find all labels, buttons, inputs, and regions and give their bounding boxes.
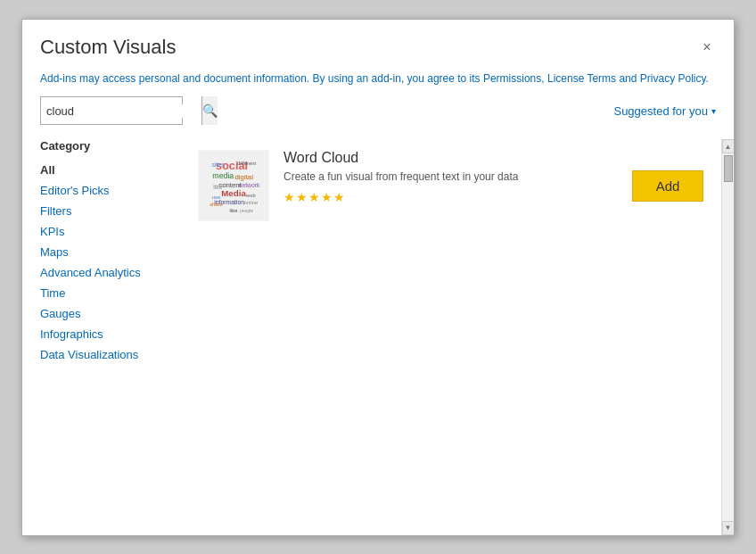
visual-info: Word Cloud Create a fun visual from freq… [284, 150, 618, 204]
suggested-label: Suggested for you [613, 104, 708, 118]
svg-text:web: web [245, 193, 256, 198]
sidebar-item-editors-picks[interactable]: Editor's Picks [40, 180, 177, 201]
close-button[interactable]: × [698, 38, 716, 56]
search-button[interactable]: 🔍 [201, 96, 218, 125]
category-label: Category [40, 139, 177, 153]
word-cloud-image: social sites different media digital con… [199, 151, 268, 220]
main-content: Category All Editor's Picks Filters KPIs… [22, 139, 721, 534]
svg-text:media: media [212, 171, 234, 180]
info-text: Add-ins may access personal and document… [40, 72, 709, 85]
sidebar-item-data-visualizations[interactable]: Data Visualizations [40, 344, 177, 365]
title-bar: Custom Visuals × [22, 20, 734, 66]
scroll-down-button[interactable]: ▼ [722, 521, 735, 535]
svg-text:Media: Media [221, 188, 246, 198]
add-button[interactable]: Add [632, 170, 703, 202]
info-bar: Add-ins may access personal and document… [22, 66, 734, 97]
scrollbar-thumb[interactable] [724, 155, 733, 182]
suggested-for-you-button[interactable]: Suggested for you ▾ [613, 104, 716, 118]
sidebar-item-advanced-analytics[interactable]: Advanced Analytics [40, 262, 177, 283]
sidebar-item-infographics[interactable]: Infographics [40, 324, 177, 344]
svg-text:people: people [240, 210, 253, 214]
sidebar-item-gauges[interactable]: Gauges [40, 303, 177, 324]
custom-visuals-dialog: Custom Visuals × Add-ins may access pers… [21, 19, 735, 536]
scrollbar: ▲ ▼ [721, 139, 734, 534]
chevron-down-icon: ▾ [711, 106, 716, 116]
sidebar: Category All Editor's Picks Filters KPIs… [40, 139, 187, 534]
star-rating: ★★★★★ [284, 190, 618, 204]
sidebar-item-filters[interactable]: Filters [40, 201, 177, 221]
search-input[interactable] [41, 104, 201, 118]
sidebar-item-all[interactable]: All [40, 160, 177, 180]
dialog-title: Custom Visuals [40, 36, 176, 59]
svg-text:share: share [210, 203, 223, 208]
sidebar-item-time[interactable]: Time [40, 283, 177, 303]
content-area: Category All Editor's Picks Filters KPIs… [22, 139, 734, 534]
sidebar-item-maps[interactable]: Maps [40, 242, 177, 262]
search-box: 🔍 [40, 96, 183, 125]
visual-name: Word Cloud [284, 150, 618, 166]
svg-text:online: online [244, 201, 259, 206]
svg-text:digital: digital [235, 173, 254, 181]
scroll-up-button[interactable]: ▲ [722, 139, 735, 153]
svg-text:like: like [230, 209, 238, 214]
sidebar-item-kpis[interactable]: KPIs [40, 221, 177, 242]
table-row: social sites different media digital con… [187, 139, 718, 232]
svg-text:different: different [237, 161, 256, 166]
visual-description: Create a fun visual from frequent text i… [284, 170, 618, 185]
visual-thumbnail: social sites different media digital con… [198, 150, 269, 221]
svg-text:sites: sites [211, 161, 225, 168]
results-area: social sites different media digital con… [187, 139, 721, 534]
search-filter-row: 🔍 Suggested for you ▾ [22, 96, 734, 139]
